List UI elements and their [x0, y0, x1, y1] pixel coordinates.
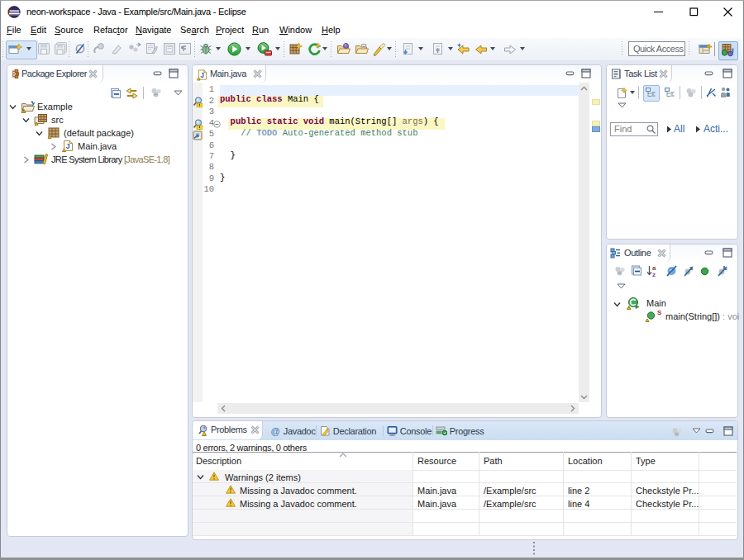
svg-text:J: J — [200, 71, 204, 79]
svg-text:J: J — [66, 142, 70, 150]
svg-text:@: @ — [271, 426, 280, 436]
svg-text:z: z — [652, 271, 656, 278]
